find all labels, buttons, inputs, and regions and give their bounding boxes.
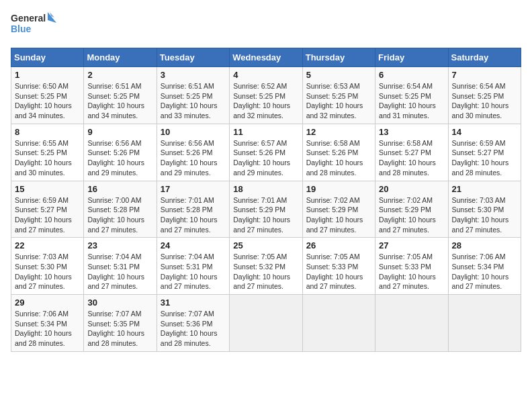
weekday-header-wednesday: Wednesday xyxy=(230,48,302,67)
calendar-cell: 8Sunrise: 6:55 AM Sunset: 5:25 PM Daylig… xyxy=(11,124,84,181)
calendar-cell: 21Sunrise: 7:03 AM Sunset: 5:30 PM Dayli… xyxy=(448,181,521,238)
day-number: 2 xyxy=(87,70,152,80)
calendar-cell xyxy=(375,295,448,352)
calendar-week-row: 8Sunrise: 6:55 AM Sunset: 5:25 PM Daylig… xyxy=(11,124,521,181)
calendar-cell: 16Sunrise: 7:00 AM Sunset: 5:28 PM Dayli… xyxy=(84,181,157,238)
weekday-header-row: SundayMondayTuesdayWednesdayThursdayFrid… xyxy=(11,48,521,67)
calendar-cell: 23Sunrise: 7:04 AM Sunset: 5:31 PM Dayli… xyxy=(84,238,157,295)
day-info: Sunrise: 6:51 AM Sunset: 5:25 PM Dayligh… xyxy=(87,81,152,121)
day-number: 22 xyxy=(15,240,80,250)
calendar-cell: 25Sunrise: 7:05 AM Sunset: 5:32 PM Dayli… xyxy=(230,238,302,295)
calendar-cell: 10Sunrise: 6:56 AM Sunset: 5:26 PM Dayli… xyxy=(157,124,229,181)
day-info: Sunrise: 7:06 AM Sunset: 5:34 PM Dayligh… xyxy=(15,309,80,349)
day-number: 10 xyxy=(161,127,226,137)
day-info: Sunrise: 7:04 AM Sunset: 5:31 PM Dayligh… xyxy=(161,252,226,291)
weekday-header-saturday: Saturday xyxy=(448,48,521,67)
day-number: 3 xyxy=(161,70,226,80)
weekday-header-thursday: Thursday xyxy=(302,48,375,67)
day-number: 28 xyxy=(452,240,517,250)
day-info: Sunrise: 7:03 AM Sunset: 5:30 PM Dayligh… xyxy=(15,252,80,291)
day-info: Sunrise: 6:54 AM Sunset: 5:25 PM Dayligh… xyxy=(379,81,444,121)
day-info: Sunrise: 6:54 AM Sunset: 5:25 PM Dayligh… xyxy=(452,81,517,121)
day-number: 25 xyxy=(233,240,298,250)
day-number: 5 xyxy=(306,70,371,80)
day-info: Sunrise: 6:51 AM Sunset: 5:25 PM Dayligh… xyxy=(161,81,226,121)
day-number: 29 xyxy=(15,298,80,308)
calendar-cell: 4Sunrise: 6:52 AM Sunset: 5:25 PM Daylig… xyxy=(230,67,302,124)
day-info: Sunrise: 7:01 AM Sunset: 5:29 PM Dayligh… xyxy=(233,195,298,235)
calendar-cell xyxy=(302,295,375,352)
day-number: 30 xyxy=(87,298,152,308)
calendar-week-row: 1Sunrise: 6:50 AM Sunset: 5:25 PM Daylig… xyxy=(11,67,521,124)
day-info: Sunrise: 7:04 AM Sunset: 5:31 PM Dayligh… xyxy=(87,252,152,291)
weekday-header-friday: Friday xyxy=(375,48,448,67)
day-number: 12 xyxy=(306,127,371,137)
calendar-cell: 5Sunrise: 6:53 AM Sunset: 5:25 PM Daylig… xyxy=(302,67,375,124)
calendar-cell xyxy=(448,295,521,352)
calendar-cell: 9Sunrise: 6:56 AM Sunset: 5:26 PM Daylig… xyxy=(84,124,157,181)
day-info: Sunrise: 7:01 AM Sunset: 5:28 PM Dayligh… xyxy=(161,195,226,235)
day-info: Sunrise: 6:55 AM Sunset: 5:25 PM Dayligh… xyxy=(15,138,80,178)
page-header: General Blue xyxy=(11,11,521,41)
calendar-cell: 13Sunrise: 6:58 AM Sunset: 5:27 PM Dayli… xyxy=(375,124,448,181)
calendar-cell: 29Sunrise: 7:06 AM Sunset: 5:34 PM Dayli… xyxy=(11,295,84,352)
day-number: 18 xyxy=(233,184,298,194)
calendar-cell: 6Sunrise: 6:54 AM Sunset: 5:25 PM Daylig… xyxy=(375,67,448,124)
calendar-cell: 19Sunrise: 7:02 AM Sunset: 5:29 PM Dayli… xyxy=(302,181,375,238)
day-number: 4 xyxy=(233,70,298,80)
calendar-week-row: 29Sunrise: 7:06 AM Sunset: 5:34 PM Dayli… xyxy=(11,295,521,352)
calendar-week-row: 22Sunrise: 7:03 AM Sunset: 5:30 PM Dayli… xyxy=(11,238,521,295)
calendar-cell: 17Sunrise: 7:01 AM Sunset: 5:28 PM Dayli… xyxy=(157,181,229,238)
calendar-cell: 22Sunrise: 7:03 AM Sunset: 5:30 PM Dayli… xyxy=(11,238,84,295)
day-info: Sunrise: 6:58 AM Sunset: 5:27 PM Dayligh… xyxy=(379,138,444,178)
day-number: 19 xyxy=(306,184,371,194)
day-info: Sunrise: 7:02 AM Sunset: 5:29 PM Dayligh… xyxy=(379,195,444,235)
calendar-cell xyxy=(230,295,302,352)
day-number: 7 xyxy=(452,70,517,80)
calendar-cell: 31Sunrise: 7:07 AM Sunset: 5:36 PM Dayli… xyxy=(157,295,229,352)
calendar-cell: 28Sunrise: 7:06 AM Sunset: 5:34 PM Dayli… xyxy=(448,238,521,295)
day-number: 27 xyxy=(379,240,444,250)
day-number: 1 xyxy=(15,70,80,80)
day-number: 14 xyxy=(452,127,517,137)
calendar-cell: 30Sunrise: 7:07 AM Sunset: 5:35 PM Dayli… xyxy=(84,295,157,352)
day-number: 31 xyxy=(161,298,226,308)
logo-svg: General Blue xyxy=(11,11,58,41)
svg-text:Blue: Blue xyxy=(11,24,32,34)
weekday-header-monday: Monday xyxy=(84,48,157,67)
day-info: Sunrise: 7:07 AM Sunset: 5:36 PM Dayligh… xyxy=(161,309,226,349)
calendar-cell: 24Sunrise: 7:04 AM Sunset: 5:31 PM Dayli… xyxy=(157,238,229,295)
calendar-cell: 7Sunrise: 6:54 AM Sunset: 5:25 PM Daylig… xyxy=(448,67,521,124)
day-info: Sunrise: 6:58 AM Sunset: 5:26 PM Dayligh… xyxy=(306,138,371,178)
day-number: 13 xyxy=(379,127,444,137)
calendar-table: SundayMondayTuesdayWednesdayThursdayFrid… xyxy=(11,48,521,352)
day-info: Sunrise: 7:07 AM Sunset: 5:35 PM Dayligh… xyxy=(87,309,152,349)
calendar-cell: 14Sunrise: 6:59 AM Sunset: 5:27 PM Dayli… xyxy=(448,124,521,181)
calendar-cell: 11Sunrise: 6:57 AM Sunset: 5:26 PM Dayli… xyxy=(230,124,302,181)
day-info: Sunrise: 7:03 AM Sunset: 5:30 PM Dayligh… xyxy=(452,195,517,235)
day-info: Sunrise: 7:06 AM Sunset: 5:34 PM Dayligh… xyxy=(452,252,517,291)
day-number: 26 xyxy=(306,240,371,250)
day-info: Sunrise: 6:53 AM Sunset: 5:25 PM Dayligh… xyxy=(306,81,371,121)
calendar-cell: 15Sunrise: 6:59 AM Sunset: 5:27 PM Dayli… xyxy=(11,181,84,238)
day-info: Sunrise: 7:02 AM Sunset: 5:29 PM Dayligh… xyxy=(306,195,371,235)
calendar-cell: 20Sunrise: 7:02 AM Sunset: 5:29 PM Dayli… xyxy=(375,181,448,238)
calendar-cell: 18Sunrise: 7:01 AM Sunset: 5:29 PM Dayli… xyxy=(230,181,302,238)
svg-text:General: General xyxy=(11,13,46,24)
day-number: 9 xyxy=(87,127,152,137)
day-info: Sunrise: 6:59 AM Sunset: 5:27 PM Dayligh… xyxy=(15,195,80,235)
day-info: Sunrise: 7:05 AM Sunset: 5:32 PM Dayligh… xyxy=(233,252,298,291)
weekday-header-sunday: Sunday xyxy=(11,48,84,67)
calendar-week-row: 15Sunrise: 6:59 AM Sunset: 5:27 PM Dayli… xyxy=(11,181,521,238)
calendar-cell: 3Sunrise: 6:51 AM Sunset: 5:25 PM Daylig… xyxy=(157,67,229,124)
logo: General Blue xyxy=(11,11,58,41)
day-number: 15 xyxy=(15,184,80,194)
svg-marker-2 xyxy=(48,12,56,23)
calendar-cell: 2Sunrise: 6:51 AM Sunset: 5:25 PM Daylig… xyxy=(84,67,157,124)
day-info: Sunrise: 7:00 AM Sunset: 5:28 PM Dayligh… xyxy=(87,195,152,235)
day-info: Sunrise: 6:59 AM Sunset: 5:27 PM Dayligh… xyxy=(452,138,517,178)
calendar-cell: 26Sunrise: 7:05 AM Sunset: 5:33 PM Dayli… xyxy=(302,238,375,295)
day-info: Sunrise: 6:52 AM Sunset: 5:25 PM Dayligh… xyxy=(233,81,298,121)
day-number: 20 xyxy=(379,184,444,194)
day-number: 21 xyxy=(452,184,517,194)
